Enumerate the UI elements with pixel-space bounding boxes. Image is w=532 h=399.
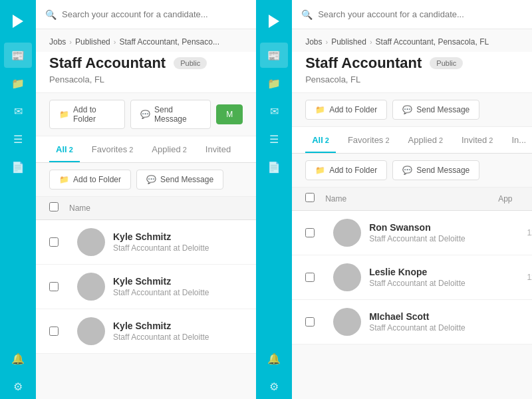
candidate-subtitle: Staff Accountant at Deloitte bbox=[369, 279, 519, 288]
candidate-info: Kyle Schmitz Staff Accountant at Deloitt… bbox=[113, 321, 243, 342]
search-icon: 🔍 bbox=[301, 9, 313, 20]
sidebar-play-button[interactable] bbox=[0, 7, 36, 36]
list-icon[interactable]: ☰ bbox=[4, 126, 32, 152]
tab-all[interactable]: All2 bbox=[49, 136, 80, 162]
avatar bbox=[77, 273, 105, 301]
candidate-subtitle: Staff Accountant at Deloitte bbox=[369, 234, 519, 243]
select-all-checkbox[interactable] bbox=[49, 202, 59, 211]
btn-icon: 📁 bbox=[59, 175, 69, 184]
bell-icon[interactable]: 🔔 bbox=[260, 346, 288, 371]
tab-favorites[interactable]: Favorites2 bbox=[85, 136, 140, 162]
toolbar-button-1[interactable]: 💬Send Message bbox=[136, 170, 223, 190]
folder-icon[interactable]: 📁 bbox=[4, 70, 32, 96]
candidate-subtitle: Staff Accountant at Deloitte bbox=[113, 243, 243, 253]
bell-icon[interactable]: 🔔 bbox=[4, 346, 32, 371]
tab-applied[interactable]: Applied2 bbox=[402, 127, 450, 153]
job-title: Staff Accountant bbox=[305, 55, 422, 72]
newspaper-icon[interactable]: 📰 bbox=[4, 43, 32, 68]
list-icon[interactable]: ☰ bbox=[260, 126, 288, 152]
panel-right: 📰📁✉☰📄🔔⚙ 🔍 Jobs›Published›Staff Accountan… bbox=[256, 0, 532, 399]
job-location: Pensacola, FL bbox=[49, 74, 243, 84]
action-button-2[interactable]: M bbox=[216, 104, 243, 124]
tab-count: 2 bbox=[489, 136, 493, 144]
settings-icon[interactable]: ⚙ bbox=[260, 374, 288, 399]
public-badge: Public bbox=[174, 57, 207, 69]
action-button-1[interactable]: 💬Send Message bbox=[130, 100, 211, 129]
document-icon[interactable]: 📄 bbox=[4, 154, 32, 180]
table-row: Kyle Schmitz Staff Accountant at Deloitt… bbox=[36, 309, 256, 354]
search-input[interactable] bbox=[318, 9, 532, 19]
btn-label: M bbox=[226, 110, 233, 119]
table-row: Kyle Schmitz Staff Accountant at Deloitt… bbox=[36, 265, 256, 309]
candidate-info: Leslie Knope Staff Accountant at Deloitt… bbox=[369, 267, 519, 288]
btn-label: Add to Folder bbox=[329, 166, 377, 175]
job-title: Staff Accountant bbox=[49, 55, 166, 72]
candidate-info: Kyle Schmitz Staff Accountant at Deloitt… bbox=[113, 276, 243, 297]
row-checkbox[interactable] bbox=[305, 273, 315, 282]
row-checkbox[interactable] bbox=[305, 228, 315, 237]
action-button-0[interactable]: 📁Add to Folder bbox=[49, 100, 125, 129]
toolbar-button-1[interactable]: 💬Send Message bbox=[392, 160, 479, 180]
toolbar-button-0[interactable]: 📁Add to Folder bbox=[49, 170, 131, 190]
action-button-1[interactable]: 💬Send Message bbox=[392, 100, 479, 120]
breadcrumb-item-1[interactable]: Published bbox=[331, 37, 366, 47]
mail-icon[interactable]: ✉ bbox=[4, 98, 32, 124]
candidate-name: Kyle Schmitz bbox=[113, 321, 243, 331]
row-checkbox[interactable] bbox=[49, 282, 59, 291]
job-header: Staff Accountant Public Pensacola, FL bbox=[292, 52, 532, 93]
tab-count: 2 bbox=[69, 146, 73, 154]
row-checkbox[interactable] bbox=[49, 237, 59, 247]
newspaper-icon[interactable]: 📰 bbox=[260, 43, 288, 68]
candidate-date: 12/ bbox=[527, 228, 532, 237]
breadcrumb-separator: › bbox=[114, 38, 116, 46]
tab-invited[interactable]: Invited bbox=[199, 136, 237, 162]
breadcrumb-item-0[interactable]: Jobs bbox=[49, 37, 66, 47]
action-row: 📁Add to Folder💬Send Message bbox=[292, 93, 532, 127]
sidebar-play-button[interactable] bbox=[256, 7, 292, 36]
settings-icon[interactable]: ⚙ bbox=[4, 374, 32, 399]
btn-icon: 📁 bbox=[315, 105, 325, 114]
btn-icon: 💬 bbox=[146, 175, 156, 184]
toolbar-button-0[interactable]: 📁Add to Folder bbox=[305, 160, 387, 180]
tab-all[interactable]: All2 bbox=[305, 127, 336, 153]
candidate-name: Kyle Schmitz bbox=[113, 231, 243, 242]
breadcrumb-item-0[interactable]: Jobs bbox=[305, 37, 322, 47]
table-header: Name App bbox=[292, 188, 532, 211]
btn-label: Add to Folder bbox=[73, 105, 115, 124]
search-icon: 🔍 bbox=[45, 9, 57, 20]
folder-icon[interactable]: 📁 bbox=[260, 70, 288, 96]
mail-icon[interactable]: ✉ bbox=[260, 98, 288, 124]
tabs: All2Favorites2Applied2Invited bbox=[36, 136, 256, 163]
candidate-info: Kyle Schmitz Staff Accountant at Deloitt… bbox=[113, 231, 243, 253]
row-checkbox[interactable] bbox=[49, 327, 59, 336]
table-toolbar: 📁Add to Folder💬Send Message bbox=[36, 163, 256, 197]
tab-count: 2 bbox=[439, 136, 443, 144]
table-toolbar: 📁Add to Folder💬Send Message bbox=[292, 154, 532, 188]
action-button-0[interactable]: 📁Add to Folder bbox=[305, 100, 387, 120]
document-icon[interactable]: 📄 bbox=[260, 154, 288, 180]
action-row: 📁Add to Folder💬Send MessageM bbox=[36, 93, 256, 136]
avatar bbox=[333, 219, 361, 247]
candidate-subtitle: Staff Accountant at Deloitte bbox=[113, 332, 243, 342]
search-bar: 🔍 bbox=[292, 0, 532, 29]
tab-count: 2 bbox=[385, 136, 389, 144]
main-content: 🔍 Jobs›Published›Staff Accountant, Pensa… bbox=[292, 0, 532, 399]
content-area: Jobs›Published›Staff Accountant, Pensaco… bbox=[292, 29, 532, 399]
table-row: Ron Swanson Staff Accountant at Deloitte… bbox=[292, 211, 532, 255]
candidate-name: MIchael Scott bbox=[369, 311, 532, 322]
tab-count: 2 bbox=[183, 146, 187, 154]
tab-favorites[interactable]: Favorites2 bbox=[341, 127, 396, 153]
tab-applied[interactable]: Applied2 bbox=[145, 136, 194, 162]
name-column-header: Name bbox=[69, 203, 243, 213]
tab-in...[interactable]: In... bbox=[505, 127, 532, 153]
search-input[interactable] bbox=[62, 9, 247, 19]
btn-label: Send Message bbox=[416, 166, 469, 175]
breadcrumb-item-1[interactable]: Published bbox=[75, 37, 110, 47]
avatar bbox=[333, 308, 361, 336]
breadcrumb: Jobs›Published›Staff Accountant, Pensaco… bbox=[36, 29, 256, 52]
select-all-checkbox[interactable] bbox=[305, 193, 315, 202]
tab-invited[interactable]: Invited2 bbox=[455, 127, 499, 153]
candidate-name: Ron Swanson bbox=[369, 222, 519, 233]
row-checkbox[interactable] bbox=[305, 317, 315, 327]
btn-label: Send Message bbox=[154, 105, 201, 124]
